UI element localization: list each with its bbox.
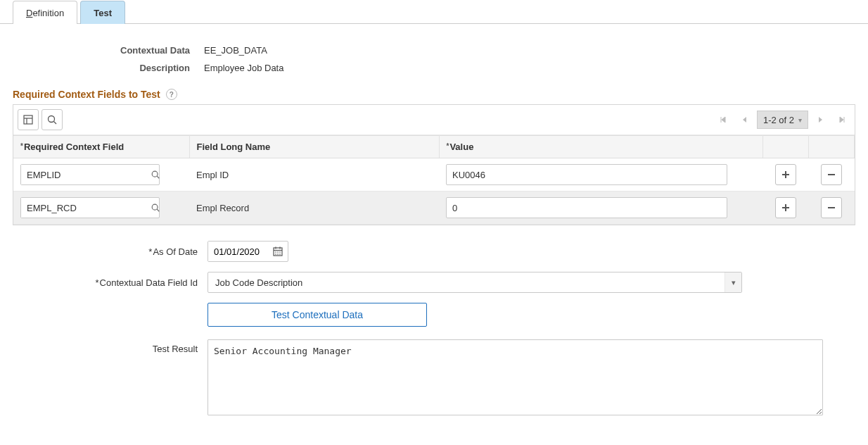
pager-last-icon[interactable] [834, 111, 850, 128]
pager-first-icon[interactable] [715, 111, 732, 128]
svg-line-4 [54, 122, 57, 125]
svg-point-21 [279, 251, 281, 253]
add-row-button[interactable] [775, 197, 796, 218]
svg-point-23 [277, 253, 279, 255]
as-of-date-field[interactable] [208, 241, 288, 262]
test-result-output[interactable] [208, 339, 823, 415]
svg-point-19 [275, 251, 276, 253]
svg-line-11 [157, 209, 159, 211]
help-icon[interactable]: ? [166, 89, 177, 100]
lookup-icon[interactable] [151, 198, 160, 218]
add-row-button[interactable] [775, 164, 796, 185]
field-long-name-cell: Empl Record [189, 192, 439, 225]
svg-point-22 [275, 253, 276, 255]
required-field-input[interactable] [21, 198, 151, 218]
test-result-label: Test Result [0, 339, 208, 354]
delete-row-button[interactable] [821, 164, 842, 185]
value-input[interactable] [446, 164, 727, 185]
cdf-row: *Contextual Data Field Id Job Code Descr… [0, 272, 868, 293]
contextual-data-value: EE_JOB_DATA [204, 45, 267, 56]
as-of-date-label: *As Of Date [0, 246, 208, 257]
value-input[interactable] [446, 197, 727, 218]
grid-pager: 1-2 of 2 ▾ [715, 111, 850, 129]
svg-point-24 [279, 253, 281, 255]
contextual-data-row: Contextual Data EE_JOB_DATA [0, 45, 868, 56]
as-of-date-input[interactable] [208, 242, 268, 261]
description-label: Description [0, 63, 204, 73]
delete-row-button[interactable] [821, 197, 842, 218]
as-of-date-row: *As Of Date [0, 241, 868, 262]
personalize-icon[interactable] [18, 109, 39, 130]
chevron-down-icon: ▾ [798, 116, 802, 124]
table-row: Empl Record [13, 192, 855, 225]
contextual-data-label: Contextual Data [0, 45, 204, 56]
col-value: *Value [439, 136, 763, 158]
svg-line-6 [157, 176, 159, 178]
required-field-lookup[interactable] [20, 197, 160, 218]
pager-prev-icon[interactable] [736, 111, 753, 128]
field-long-name-cell: Empl ID [189, 158, 439, 192]
chevron-down-icon: ▾ [725, 272, 741, 292]
tab-bar: Definition Test [0, 0, 868, 24]
section-heading: Required Context Fields to Test ? [13, 89, 868, 100]
description-row: Description Employee Job Data [0, 63, 868, 73]
cdf-select[interactable]: Job Code Description ▾ [208, 272, 742, 293]
svg-point-10 [152, 204, 158, 210]
find-icon[interactable] [42, 109, 63, 130]
test-button-row: Test Contextual Data [0, 303, 868, 327]
required-field-input[interactable] [21, 165, 151, 184]
svg-rect-0 [24, 115, 32, 124]
context-fields-grid: 1-2 of 2 ▾ *Required Context Field Field… [13, 104, 855, 225]
pager-next-icon[interactable] [812, 111, 829, 128]
svg-point-5 [152, 171, 158, 177]
test-result-row: Test Result [0, 339, 868, 418]
svg-point-3 [49, 116, 55, 123]
grid-toolbar: 1-2 of 2 ▾ [13, 105, 855, 135]
grid-table: *Required Context Field Field Long Name … [13, 135, 855, 225]
lookup-icon[interactable] [151, 165, 160, 184]
col-field-long-name: Field Long Name [189, 136, 439, 158]
test-contextual-data-button[interactable]: Test Contextual Data [208, 303, 427, 327]
cdf-label: *Contextual Data Field Id [0, 277, 208, 288]
col-required-field: *Required Context Field [13, 136, 189, 158]
calendar-icon[interactable] [268, 242, 288, 261]
description-value: Employee Job Data [204, 63, 283, 73]
required-field-lookup[interactable] [20, 164, 160, 185]
tab-definition[interactable]: Definition [13, 1, 77, 24]
pager-count[interactable]: 1-2 of 2 ▾ [757, 111, 808, 129]
table-row: Empl ID [13, 158, 855, 192]
svg-point-20 [277, 251, 279, 253]
tab-test[interactable]: Test [80, 1, 125, 24]
